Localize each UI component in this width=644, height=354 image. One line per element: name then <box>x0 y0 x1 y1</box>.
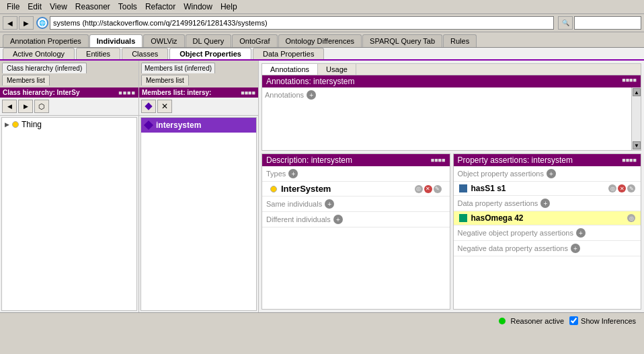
member-label: intersystem <box>156 120 201 130</box>
add-type-btn[interactable]: + <box>288 169 298 178</box>
search-owl-button[interactable]: 🔍 <box>558 16 573 30</box>
type-locate-icon[interactable]: ◎ <box>415 185 423 193</box>
tab-ontology-differences[interactable]: Ontology Differences <box>278 34 362 47</box>
obj-prop-rect <box>459 184 467 192</box>
members-list[interactable]: intersystem <box>140 117 257 311</box>
members-tab[interactable]: Members list <box>141 75 189 85</box>
url-bar[interactable] <box>50 16 554 30</box>
annotations-header: Annotations: intersystem ■■■■ <box>262 75 641 87</box>
subtab-data-properties[interactable]: Data Properties <box>253 48 324 59</box>
add-neg-object-btn[interactable]: + <box>576 228 586 238</box>
menu-refactor[interactable]: Refactor <box>141 1 179 13</box>
object-property-item[interactable]: hasS1 s1 ◎ ✕ ✎ <box>454 182 641 196</box>
menu-edit[interactable]: Edit <box>24 1 46 13</box>
tab-ontograf[interactable]: OntoGraf <box>232 34 277 47</box>
show-inferences-checkbox-area[interactable]: Show Inferences <box>569 316 636 325</box>
subtab-object-properties[interactable]: Object Properties <box>169 48 251 59</box>
left-panel: Class hierarchy (inferred) Members list … <box>0 61 139 312</box>
hierarchy-btn-2[interactable]: ▶ <box>18 100 33 113</box>
types-label: Types <box>266 170 286 178</box>
forward-button[interactable]: ▶ <box>19 16 34 30</box>
show-inferences-label: Show Inferences <box>581 317 636 325</box>
obj-prop-name: hasS1 s1 <box>471 184 506 193</box>
annotations-content-label: Annotations <box>265 91 304 99</box>
property-assertions-icons: ■■■■ <box>622 157 637 164</box>
menu-help[interactable]: Help <box>216 1 241 13</box>
neg-data-property-label: Negative data property assertions <box>458 244 568 252</box>
thing-dot <box>12 121 19 128</box>
members-header: Members list: intersy: ■■■■ <box>139 87 258 98</box>
class-hierarchy-header: Class hierarchy: InterSy ■■■■ <box>0 87 138 98</box>
class-hierarchy-tree[interactable]: ▶ Thing <box>1 117 137 311</box>
tab-sparql[interactable]: SPARQL Query Tab <box>362 34 442 47</box>
add-data-property-btn[interactable]: + <box>540 199 550 208</box>
same-individuals-label: Same individuals <box>266 200 322 208</box>
class-hierarchy-title: Class hierarchy: InterSy <box>3 89 80 96</box>
member-remove-btn[interactable]: ✕ <box>157 100 172 113</box>
subtab-classes[interactable]: Classes <box>122 48 168 59</box>
add-annotation-btn[interactable]: + <box>307 90 316 100</box>
add-different-btn[interactable]: + <box>333 215 343 224</box>
tab-dl-query[interactable]: DL Query <box>186 34 232 47</box>
hierarchy-btn-1[interactable]: ◀ <box>2 100 17 113</box>
add-neg-data-btn[interactable]: + <box>571 244 580 253</box>
data-property-item[interactable]: hasOmega 42 ◎ <box>454 211 641 225</box>
subtab-active-ontology[interactable]: Active Ontology <box>3 48 75 59</box>
object-property-label: Object property assertions <box>458 170 544 178</box>
neg-data-property-section: Negative data property assertions + <box>454 241 641 256</box>
show-inferences-checkbox[interactable] <box>569 316 578 325</box>
members-tab-inferred[interactable]: Members list (inferred) <box>141 63 215 73</box>
object-property-section-label: Object property assertions + <box>454 166 641 182</box>
member-item-intersystem[interactable]: intersystem <box>141 118 256 133</box>
type-name: InterSystem <box>281 184 331 194</box>
menu-file[interactable]: File <box>3 1 24 13</box>
tree-item-label: Thing <box>22 120 42 129</box>
panel-tab-class-hierarchy-inferred[interactable]: Class hierarchy (inferred) <box>2 63 87 73</box>
types-row: Types + <box>262 166 450 182</box>
description-header: Description: intersystem ■■■■ <box>262 154 450 166</box>
annotations-scrollbar[interactable]: ▲ ▼ <box>631 87 641 150</box>
annotations-content-area: Annotations + <box>262 87 631 150</box>
reasoner-label: Reasoner active <box>511 317 565 325</box>
tab-individuals[interactable]: Individuals <box>89 34 143 47</box>
add-same-btn[interactable]: + <box>325 199 334 209</box>
subtab-entities[interactable]: Entities <box>76 48 120 59</box>
add-object-property-btn[interactable]: + <box>547 169 556 178</box>
reasoner-dot <box>499 318 506 324</box>
back-button[interactable]: ◀ <box>3 16 17 30</box>
search-input[interactable] <box>574 16 641 30</box>
member-diamond-icon <box>144 120 153 130</box>
obj-prop-remove-icon[interactable]: ✕ <box>618 184 626 192</box>
menu-window[interactable]: Window <box>179 1 216 13</box>
type-remove-icon[interactable]: ✕ <box>424 185 432 193</box>
property-assertions-header: Property assertions: intersystem ■■■■ <box>454 154 641 166</box>
hierarchy-btn-3[interactable]: ⬡ <box>34 100 49 113</box>
same-individuals-row: Same individuals + <box>262 197 450 212</box>
type-dot <box>270 186 277 192</box>
menu-view[interactable]: View <box>46 1 71 13</box>
class-hierarchy-header-icons: ■■■■ <box>118 90 136 96</box>
statusbar: Reasoner active Show Inferences <box>0 312 644 328</box>
type-edit-icon[interactable]: ✎ <box>434 185 442 193</box>
panel-tab-class-hierarchy[interactable]: Members list <box>2 75 50 85</box>
url-icon: 🌐 <box>36 17 48 29</box>
tab-owlviz[interactable]: OWLViz <box>143 34 184 47</box>
menu-reasoner[interactable]: Reasoner <box>71 1 114 13</box>
tab-annotation-properties[interactable]: Annotation Properties <box>3 34 89 47</box>
usage-tab[interactable]: Usage <box>318 64 356 75</box>
tab-rules[interactable]: Rules <box>443 34 477 47</box>
middle-panel: Members list (inferred) Members list Mem… <box>139 61 259 312</box>
data-prop-locate-icon[interactable]: ◎ <box>627 214 635 222</box>
right-area: Annotations Usage Annotations: intersyst… <box>259 61 644 312</box>
type-action-icons: ◎ ✕ ✎ <box>415 185 442 193</box>
tree-item-thing[interactable]: ▶ Thing <box>2 118 136 131</box>
member-add-btn[interactable] <box>141 100 156 113</box>
obj-prop-locate-icon[interactable]: ◎ <box>608 184 616 192</box>
data-property-section-label: Data property assertions + <box>454 196 641 211</box>
annotations-tab[interactable]: Annotations <box>262 64 318 75</box>
menu-tools[interactable]: Tools <box>114 1 141 13</box>
type-item-row[interactable]: InterSystem ◎ ✕ ✎ <box>262 182 450 197</box>
annotations-panel: Annotations Usage Annotations: intersyst… <box>261 63 641 151</box>
property-assertions-title: Property assertions: intersystem <box>458 155 573 165</box>
obj-prop-edit-icon[interactable]: ✎ <box>627 184 635 192</box>
